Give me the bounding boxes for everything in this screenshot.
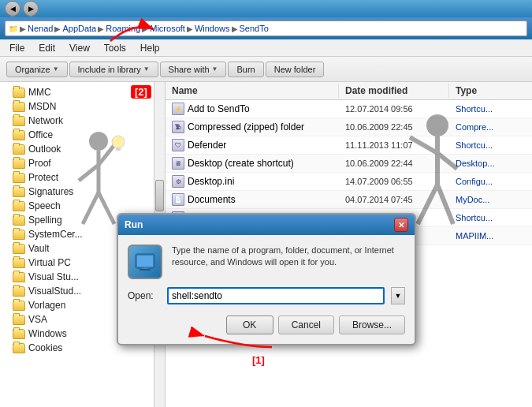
svg-rect-16 bbox=[137, 256, 153, 267]
folder-icon-vsa bbox=[13, 315, 25, 325]
folder-icon-cookies bbox=[13, 343, 25, 353]
sidebar-label-vault: Vault bbox=[28, 243, 49, 254]
path-icon: 📁 bbox=[9, 24, 18, 33]
file-date-0: 12.07.2014 09:56 bbox=[339, 103, 449, 115]
sidebar-item-proof[interactable]: Proof bbox=[0, 156, 165, 170]
path-arrow-0: ▶ bbox=[20, 24, 26, 33]
file-type-4: Configu... bbox=[449, 175, 528, 188]
left-scrollbar-thumb[interactable] bbox=[155, 180, 164, 211]
dialog-body: Type the name of a program, folder, docu… bbox=[118, 235, 415, 344]
sidebar-label-virtualpc: Virtual PC bbox=[28, 257, 71, 268]
sidebar-item-network[interactable]: Network bbox=[0, 114, 165, 128]
path-arrow-3: ▶ bbox=[142, 24, 148, 33]
path-microsoft[interactable]: Microsoft bbox=[150, 24, 185, 33]
file-table-header: Name Date modified Type bbox=[166, 82, 532, 100]
chrome-buttons: ◀ ▶ bbox=[5, 1, 39, 17]
sidebar-label-speech: Speech bbox=[28, 200, 61, 211]
burn-label: Burn bbox=[236, 65, 255, 74]
address-bar: 📁 ▶ Nenad ▶ AppData ▶ Roaming ▶ Microsof… bbox=[0, 17, 532, 39]
sidebar-label-msdn: MSDN bbox=[28, 101, 56, 112]
sidebar-item-msdn[interactable]: MSDN bbox=[0, 99, 165, 114]
table-row[interactable]: ⚙ Desktop.ini 14.07.2009 06:55 Configu..… bbox=[166, 173, 532, 191]
path-arrow-1: ▶ bbox=[54, 24, 61, 33]
folder-icon-office bbox=[13, 130, 25, 140]
col-header-name[interactable]: Name bbox=[166, 84, 339, 98]
folder-icon-speech bbox=[13, 201, 25, 211]
dialog-open-label: Open: bbox=[128, 290, 161, 301]
path-arrow-5: ▶ bbox=[232, 24, 238, 33]
table-row[interactable]: 🖥 Desktop (create shortcut) 10.06.2009 2… bbox=[166, 155, 532, 173]
file-name-2: 🛡 Defender bbox=[166, 137, 339, 153]
run-cancel-button[interactable]: Cancel bbox=[278, 316, 334, 334]
dialog-description: Type the name of a program, folder, docu… bbox=[172, 245, 405, 269]
new-folder-button[interactable]: New folder bbox=[266, 62, 325, 77]
file-icon-5: 📄 bbox=[172, 193, 184, 206]
file-date-3: 10.06.2009 22:44 bbox=[339, 157, 449, 170]
organize-dropdown-arrow: ▼ bbox=[53, 65, 59, 73]
col-header-type[interactable]: Type bbox=[449, 84, 528, 98]
path-roaming[interactable]: Roaming bbox=[106, 24, 140, 33]
run-browse-button[interactable]: Browse... bbox=[339, 316, 405, 334]
sidebar-item-signatures[interactable]: Signatures bbox=[0, 185, 165, 199]
menu-tools[interactable]: Tools bbox=[98, 41, 132, 55]
path-sendto[interactable]: SendTo bbox=[240, 24, 269, 33]
sidebar-label-protect: Protect bbox=[28, 172, 58, 183]
sidebar-label-office: Office bbox=[28, 129, 53, 140]
sidebar-label-proof: Proof bbox=[28, 158, 51, 169]
sidebar-item-protect[interactable]: Protect bbox=[0, 170, 165, 185]
col-header-date[interactable]: Date modified bbox=[339, 84, 449, 98]
file-date-4: 14.07.2009 06:55 bbox=[339, 175, 449, 188]
folder-icon-virtualpc bbox=[13, 258, 25, 268]
table-row[interactable]: 🛡 Defender 11.11.2013 11:07 Shortcu... bbox=[166, 136, 532, 155]
path-appdata[interactable]: AppData bbox=[62, 24, 96, 33]
sidebar-label-cookies: Cookies bbox=[28, 342, 62, 353]
folder-icon-protect bbox=[13, 173, 25, 183]
sidebar-item-office[interactable]: Office bbox=[0, 128, 165, 142]
folder-icon-proof bbox=[13, 159, 25, 169]
run-dropdown-button[interactable]: ▼ bbox=[391, 287, 405, 304]
table-row[interactable]: 📄 Documents 04.07.2014 07:45 MyDoc... bbox=[166, 191, 532, 209]
toolbar: Organize ▼ Include in library ▼ Share wi… bbox=[0, 57, 532, 82]
menu-edit[interactable]: Edit bbox=[32, 41, 61, 55]
sidebar-label-systemcer: SystemCer... bbox=[28, 229, 83, 240]
organize-button[interactable]: Organize ▼ bbox=[6, 62, 68, 77]
dialog-close-button[interactable]: ✕ bbox=[394, 218, 408, 232]
folder-icon-mmc bbox=[13, 88, 25, 98]
dialog-title: Run bbox=[125, 219, 143, 230]
file-type-1: Compre... bbox=[449, 121, 528, 133]
burn-button[interactable]: Burn bbox=[228, 62, 263, 77]
sidebar-item-mmc[interactable]: MMC bbox=[0, 85, 165, 99]
table-row[interactable]: ⚡ Add to SendTo 12.07.2014 09:56 Shortcu… bbox=[166, 100, 532, 118]
file-icon-0: ⚡ bbox=[172, 103, 184, 115]
file-type-3: Desktop... bbox=[449, 157, 528, 170]
table-row[interactable]: 🗜 Compressed (zipped) folder 10.06.2009 … bbox=[166, 118, 532, 136]
address-path[interactable]: 📁 ▶ Nenad ▶ AppData ▶ Roaming ▶ Microsof… bbox=[5, 21, 527, 36]
menu-help[interactable]: Help bbox=[134, 41, 166, 55]
include-library-button[interactable]: Include in library ▼ bbox=[69, 62, 158, 77]
file-icon-2: 🛡 bbox=[172, 139, 184, 151]
share-button[interactable]: Share with ▼ bbox=[160, 62, 227, 77]
folder-icon-spelling bbox=[13, 215, 25, 226]
file-name-3: 🖥 Desktop (create shortcut) bbox=[166, 155, 339, 171]
sidebar-item-outlook[interactable]: Outlook bbox=[0, 142, 165, 156]
menu-file[interactable]: File bbox=[3, 41, 31, 55]
folder-icon-signatures bbox=[13, 187, 25, 197]
file-date-5: 04.07.2014 07:45 bbox=[339, 193, 449, 206]
sidebar-label-mmc: MMC bbox=[28, 87, 51, 98]
run-dialog: Run ✕ Type the name of a program, folder… bbox=[117, 213, 416, 345]
menu-view[interactable]: View bbox=[63, 41, 96, 55]
file-name-4: ⚙ Desktop.ini bbox=[166, 174, 339, 189]
forward-button[interactable]: ▶ bbox=[23, 1, 39, 17]
folder-icon-visualstud bbox=[13, 286, 25, 297]
folder-icon-network bbox=[13, 116, 25, 126]
run-open-input[interactable] bbox=[167, 287, 385, 304]
dialog-input-row: Open: ▼ bbox=[128, 287, 405, 304]
path-nenad[interactable]: Nenad bbox=[28, 24, 53, 33]
run-ok-button[interactable]: OK bbox=[226, 316, 273, 334]
folder-icon-msdn bbox=[13, 102, 25, 112]
sidebar-item-speech[interactable]: Speech bbox=[0, 199, 165, 213]
back-button[interactable]: ◀ bbox=[5, 1, 20, 17]
file-name-1: 🗜 Compressed (zipped) folder bbox=[166, 119, 339, 135]
file-icon-4: ⚙ bbox=[172, 175, 184, 188]
path-windows[interactable]: Windows bbox=[195, 24, 230, 33]
